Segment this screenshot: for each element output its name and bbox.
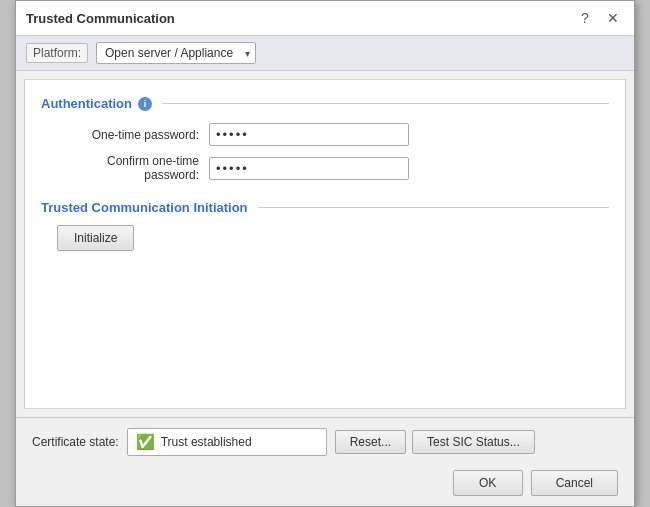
info-icon: i bbox=[138, 97, 152, 111]
action-buttons: Reset... Test SIC Status... bbox=[335, 430, 535, 454]
initialize-button[interactable]: Initialize bbox=[57, 225, 134, 251]
trust-established-icon: ✅ bbox=[136, 433, 155, 451]
test-sic-button[interactable]: Test SIC Status... bbox=[412, 430, 535, 454]
trusted-communication-dialog: Trusted Communication ? ✕ Platform: Open… bbox=[15, 0, 635, 507]
authentication-title: Authentication bbox=[41, 96, 132, 111]
confirm-otp-label: Confirm one-time password: bbox=[49, 154, 209, 182]
authentication-section-line bbox=[162, 103, 609, 104]
footer-bar: Certificate state: ✅ Trust established R… bbox=[16, 417, 634, 506]
cert-state-value: ✅ Trust established bbox=[127, 428, 327, 456]
authentication-section-header: Authentication i bbox=[41, 96, 609, 111]
bottom-row: OK Cancel bbox=[32, 466, 618, 496]
cert-state-label: Certificate state: bbox=[32, 435, 119, 449]
platform-select[interactable]: Open server / Appliance bbox=[96, 42, 256, 64]
platform-label: Platform: bbox=[26, 43, 88, 63]
title-bar-left: Trusted Communication bbox=[26, 11, 175, 26]
cancel-button[interactable]: Cancel bbox=[531, 470, 618, 496]
confirm-otp-row: Confirm one-time password: bbox=[41, 154, 609, 182]
platform-bar: Platform: Open server / Appliance bbox=[16, 36, 634, 71]
initiation-title: Trusted Communication Initiation bbox=[41, 200, 248, 215]
confirm-otp-input[interactable] bbox=[209, 157, 409, 180]
otp-label: One-time password: bbox=[49, 128, 209, 142]
ok-button[interactable]: OK bbox=[453, 470, 523, 496]
platform-select-wrapper[interactable]: Open server / Appliance bbox=[96, 42, 256, 64]
main-content: Authentication i One-time password: Conf… bbox=[24, 79, 626, 409]
reset-button[interactable]: Reset... bbox=[335, 430, 406, 454]
otp-input[interactable] bbox=[209, 123, 409, 146]
dialog-title: Trusted Communication bbox=[26, 11, 175, 26]
initiation-section-line bbox=[258, 207, 609, 208]
help-button[interactable]: ? bbox=[574, 7, 596, 29]
trust-established-text: Trust established bbox=[161, 435, 252, 449]
close-button[interactable]: ✕ bbox=[602, 7, 624, 29]
initiation-section-header: Trusted Communication Initiation bbox=[41, 200, 609, 215]
title-bar-right: ? ✕ bbox=[574, 7, 624, 29]
initialize-btn-row: Initialize bbox=[41, 225, 609, 251]
otp-row: One-time password: bbox=[41, 123, 609, 146]
cert-state-row: Certificate state: ✅ Trust established R… bbox=[32, 428, 618, 456]
title-bar: Trusted Communication ? ✕ bbox=[16, 1, 634, 36]
